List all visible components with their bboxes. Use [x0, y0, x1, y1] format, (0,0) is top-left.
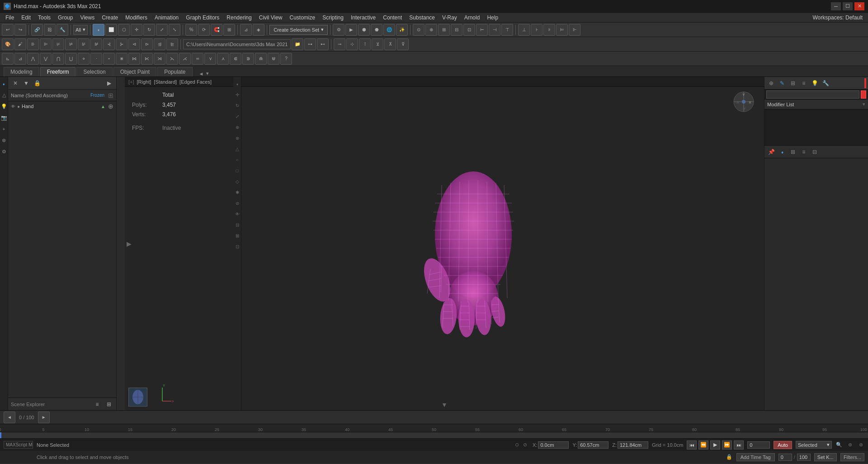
menu-content[interactable]: Content	[379, 14, 406, 22]
scene-tool22[interactable]: ⋓	[268, 53, 279, 65]
scene-tool15[interactable]: ⋌	[179, 53, 191, 65]
auto-key-button[interactable]: Auto	[774, 441, 792, 449]
search-icon[interactable]: 🔍	[835, 441, 843, 449]
tab-object-paint[interactable]: Object Paint	[113, 67, 156, 76]
angle-snap-button[interactable]: ⟳	[198, 24, 210, 36]
vp-strip-move[interactable]: ✛	[234, 90, 241, 99]
color-swatch[interactable]	[861, 90, 866, 99]
anim-next-frame[interactable]: ⏩	[722, 440, 732, 450]
viewport-3d[interactable]: [+] [Right] [Standard] [Edged Faces] Tot…	[125, 77, 764, 410]
rp-create-button[interactable]: ⊕	[766, 78, 776, 88]
scene-tool17[interactable]: ⋎	[204, 53, 216, 65]
scene-tool16[interactable]: ⋍	[192, 53, 203, 65]
selected-dropdown[interactable]: Selected ▾	[796, 441, 832, 449]
mod-active-button[interactable]: ⬧	[777, 147, 787, 157]
vp-strip-rotate[interactable]: ↻	[234, 100, 241, 110]
menu-vray[interactable]: V-Ray	[439, 14, 461, 22]
snap-button[interactable]: 🧲	[211, 24, 222, 36]
record-icon[interactable]: ⊗	[857, 441, 864, 449]
nav-lights[interactable]: 💡	[0, 101, 9, 111]
select-region-button[interactable]: ⬜	[105, 24, 117, 36]
vp-strip-15[interactable]: ⊠	[234, 231, 241, 241]
zoom-icon[interactable]: ⊕	[846, 441, 854, 449]
tab-arrow-left[interactable]: ◄	[199, 71, 204, 76]
extra3-button[interactable]: ⊧	[543, 24, 555, 36]
menu-animation[interactable]: Animation	[151, 14, 182, 22]
create-selection-set-button[interactable]: Create Selection Set ▾	[269, 25, 328, 35]
vp-strip-6[interactable]: ⊗	[234, 133, 241, 143]
tab-selection[interactable]: Selection	[76, 67, 112, 76]
snap2d-button[interactable]: ⊞	[223, 24, 235, 36]
mod-config-button[interactable]: ⊞	[788, 147, 798, 157]
menu-views[interactable]: Views	[76, 14, 98, 22]
scene-tool8[interactable]: ⋅	[90, 53, 102, 65]
scene-item-hand[interactable]: 👁 ● Hand ▲ ⊕	[8, 101, 116, 111]
scene-tool1[interactable]: ⊾	[2, 53, 14, 65]
percent-button[interactable]: %	[185, 24, 197, 36]
se-icon1[interactable]: ≡	[93, 400, 102, 409]
asset2-button[interactable]: ⊹	[346, 38, 358, 50]
nav-cameras[interactable]: 📷	[0, 113, 9, 123]
timeline-slider[interactable]	[0, 432, 868, 438]
mod-pin-button[interactable]: 📌	[766, 147, 776, 157]
layout-button[interactable]: ⊞	[438, 24, 450, 36]
viewport-plus[interactable]: [+]	[128, 79, 134, 85]
scene-tool5[interactable]: ⋂	[52, 53, 64, 65]
vp-strip-8[interactable]: ○	[234, 155, 241, 165]
extra2-button[interactable]: ⊦	[531, 24, 542, 36]
select-button[interactable]: ⬧	[93, 24, 104, 36]
vp-strip-eye[interactable]: 👁	[234, 209, 241, 219]
particle-button[interactable]: ⊴	[154, 38, 165, 50]
scene-tool12[interactable]: ⋉	[141, 53, 153, 65]
viewport-shading[interactable]: [Standard]	[154, 79, 177, 85]
manage-sets-button[interactable]: ⊶	[304, 38, 316, 50]
hierarchy-button[interactable]: ⊿	[240, 24, 252, 36]
scene-tool6[interactable]: ⋃	[65, 53, 77, 65]
nav-display[interactable]: ⬧	[0, 79, 9, 89]
rp-hierarchy-button[interactable]: ⊞	[788, 78, 798, 88]
viewport-view[interactable]: [Right]	[137, 79, 151, 85]
rp-modify-button[interactable]: ✎	[777, 78, 787, 88]
vp-strip-10[interactable]: ◇	[234, 176, 241, 186]
anim-prev-frame[interactable]: ⏪	[698, 440, 708, 450]
scene-tool4[interactable]: ⋁	[40, 53, 52, 65]
bend-button[interactable]: ⊱	[116, 38, 127, 50]
scroll-left-button[interactable]: ◄	[4, 412, 15, 423]
asset6-button[interactable]: ⊽	[397, 38, 409, 50]
cloth-button[interactable]: ⊰	[103, 38, 115, 50]
paint-brush-button[interactable]: ⊫	[40, 38, 52, 50]
menu-graph-editors[interactable]: Graph Editors	[182, 14, 223, 22]
move-button[interactable]: ✛	[131, 24, 142, 36]
hand-3d-model[interactable]	[401, 149, 546, 339]
viewport-render-button[interactable]: ⬢	[358, 24, 370, 36]
minimize-button[interactable]: ─	[831, 2, 841, 10]
scene-tool23[interactable]: ?	[280, 53, 292, 65]
vp-strip-12[interactable]: ⊘	[234, 198, 241, 208]
conform-button[interactable]: ⊬	[52, 38, 64, 50]
sidebar-filter-button[interactable]: ▼	[22, 79, 31, 88]
link-button[interactable]: 🔗	[31, 24, 43, 36]
maxscript-label[interactable]: MAXScript Mi...	[4, 441, 33, 449]
menu-tools[interactable]: Tools	[34, 14, 54, 22]
rotate-button[interactable]: ↻	[143, 24, 155, 36]
menu-rendering[interactable]: Rendering	[223, 14, 255, 22]
extra5-button[interactable]: ⊩	[569, 24, 580, 36]
scene-tool13[interactable]: ⋊	[154, 53, 165, 65]
rp-utilities-button[interactable]: 🔧	[821, 78, 830, 88]
extra1-button[interactable]: ⊥	[518, 24, 530, 36]
menu-create[interactable]: Create	[98, 14, 122, 22]
nav-shapes[interactable]: △	[0, 90, 9, 100]
quad-button[interactable]: ⊟	[451, 24, 462, 36]
vp-strip-11[interactable]: ✱	[234, 187, 241, 197]
scene-tool10[interactable]: ⋇	[116, 53, 127, 65]
menu-modifiers[interactable]: Modifiers	[122, 14, 151, 22]
extra4-button[interactable]: ⊨	[556, 24, 568, 36]
scene-tool7[interactable]: ⋄	[78, 53, 90, 65]
menu-customize[interactable]: Customize	[286, 14, 319, 22]
maximize-button[interactable]: ☐	[843, 2, 853, 10]
asset4-button[interactable]: ⊻	[372, 38, 383, 50]
time-field[interactable]: 0	[747, 441, 770, 449]
nav-spacewarps[interactable]: ⊗	[0, 135, 9, 145]
ref-coord-button[interactable]: ⊙	[413, 24, 425, 36]
material-button[interactable]: ◈	[253, 24, 264, 36]
